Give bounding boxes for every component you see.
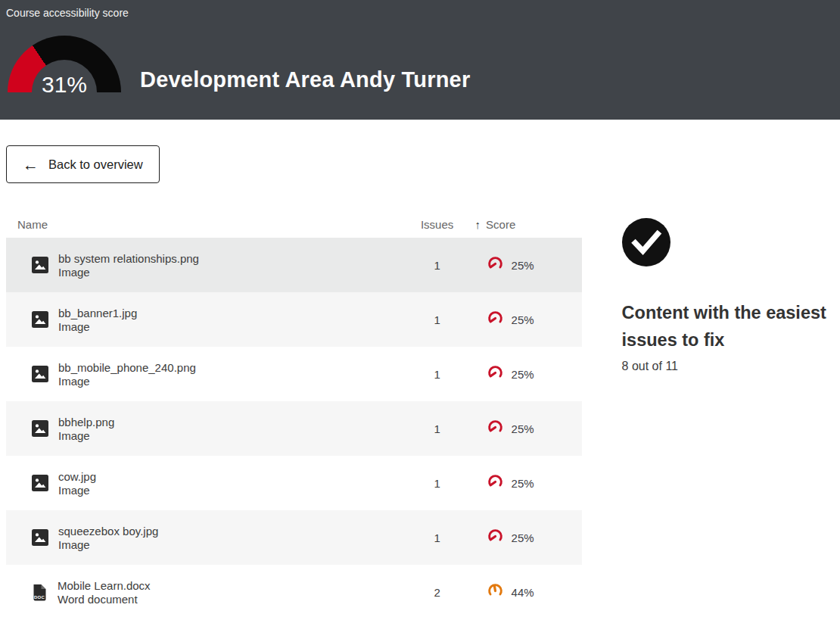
- file-name: bb_mobile_phone_240.png: [58, 361, 196, 374]
- table-body: bb system relationships.png Image 1 25% …: [6, 238, 582, 617]
- back-arrow-icon: ←: [23, 157, 39, 173]
- score-value: 25%: [512, 368, 534, 381]
- score-value: 44%: [512, 586, 534, 599]
- score-cell: 25%: [475, 255, 582, 276]
- column-header-score[interactable]: ↑ Score: [475, 218, 582, 231]
- file-type: Image: [58, 538, 158, 551]
- file-cell: bb system relationships.png Image: [6, 252, 400, 279]
- score-gauge-icon: [487, 255, 504, 276]
- issues-count: 1: [400, 313, 475, 326]
- file-info: bb_banner1.jpg Image: [58, 307, 137, 333]
- issues-count: 1: [400, 422, 475, 435]
- issues-count: 1: [400, 531, 475, 544]
- course-title: Development Area Andy Turner: [140, 67, 470, 92]
- file-type: Image: [58, 429, 114, 442]
- image-file-icon: [32, 311, 48, 328]
- image-file-icon: [32, 475, 48, 491]
- score-gauge-icon: [487, 528, 504, 548]
- back-to-overview-button[interactable]: ← Back to overview: [6, 145, 160, 183]
- score-gauge-icon: [487, 582, 504, 603]
- main-content: Name Issues ↑ Score bb system relationsh…: [0, 218, 840, 617]
- score-cell: 25%: [475, 419, 582, 439]
- table-row[interactable]: bbhelp.png Image 1 25%: [6, 401, 582, 456]
- file-type: Image: [58, 266, 199, 279]
- column-header-issues[interactable]: Issues: [400, 218, 475, 231]
- score-value: 25%: [512, 531, 534, 544]
- score-cell: 25%: [475, 528, 582, 548]
- file-type: Image: [58, 375, 196, 388]
- file-cell: bbhelp.png Image: [6, 416, 400, 442]
- panel-heading: Content with the easiest issues to fix: [622, 299, 840, 354]
- file-name: squeezebox boy.jpg: [58, 525, 158, 538]
- file-name: bbhelp.png: [58, 416, 114, 428]
- score-cell: 25%: [475, 364, 582, 385]
- course-accessibility-score-label: Course accessibility score: [6, 7, 129, 19]
- score-header-label: Score: [486, 218, 515, 231]
- file-cell: bb_mobile_phone_240.png Image: [6, 361, 400, 388]
- file-info: cow.jpg Image: [58, 470, 96, 497]
- svg-text:DOC: DOC: [34, 595, 45, 600]
- panel-count: 8 out of 11: [622, 360, 840, 373]
- table-row[interactable]: bb_banner1.jpg Image 1 25%: [6, 292, 582, 347]
- sort-ascending-icon: ↑: [475, 218, 481, 231]
- word-document-icon: DOC: [32, 582, 48, 602]
- image-file-icon: [32, 257, 48, 273]
- file-name: cow.jpg: [58, 470, 96, 483]
- file-cell: bb_banner1.jpg Image: [6, 307, 400, 333]
- content-table: Name Issues ↑ Score bb system relationsh…: [6, 218, 582, 617]
- easiest-fixes-panel: Content with the easiest issues to fix 8…: [622, 218, 840, 617]
- score-gauge-icon: [487, 364, 504, 385]
- file-info: bb_mobile_phone_240.png Image: [58, 361, 196, 388]
- issues-count: 2: [400, 586, 475, 599]
- check-circle-icon: [622, 218, 670, 266]
- file-cell: DOC Mobile Learn.docx Word document: [6, 579, 400, 606]
- table-header-row: Name Issues ↑ Score: [6, 218, 582, 231]
- table-row[interactable]: bb_mobile_phone_240.png Image 1 25%: [6, 347, 582, 401]
- file-cell: squeezebox boy.jpg Image: [6, 525, 400, 551]
- image-file-icon: [32, 366, 48, 382]
- course-score-percent: 31%: [8, 72, 121, 98]
- score-cell: 44%: [475, 582, 582, 603]
- issues-count: 1: [400, 259, 475, 272]
- file-name: bb_banner1.jpg: [58, 307, 137, 319]
- table-row[interactable]: squeezebox boy.jpg Image 1 25%: [6, 510, 582, 565]
- table-row[interactable]: DOC Mobile Learn.docx Word document 2 44…: [6, 565, 582, 617]
- course-score-header: Course accessibility score 31% Developme…: [0, 0, 840, 120]
- table-row[interactable]: bb system relationships.png Image 1 25%: [6, 238, 582, 292]
- file-info: Mobile Learn.docx Word document: [58, 579, 151, 606]
- header-gauge: 31%: [8, 36, 121, 95]
- issues-count: 1: [400, 477, 475, 490]
- file-type: Image: [58, 320, 137, 333]
- score-gauge-icon: [487, 310, 504, 330]
- file-type: Image: [58, 484, 96, 497]
- file-info: bbhelp.png Image: [58, 416, 114, 442]
- score-cell: 25%: [475, 310, 582, 330]
- score-cell: 25%: [475, 473, 582, 494]
- score-gauge-icon: [487, 419, 504, 439]
- score-value: 25%: [512, 313, 534, 326]
- back-button-label: Back to overview: [48, 157, 143, 172]
- score-gauge-icon: [487, 473, 504, 494]
- issues-count: 1: [400, 368, 475, 381]
- score-value: 25%: [512, 422, 534, 435]
- file-cell: cow.jpg Image: [6, 470, 400, 497]
- column-header-name[interactable]: Name: [6, 218, 400, 231]
- file-name: bb system relationships.png: [58, 252, 199, 265]
- file-info: squeezebox boy.jpg Image: [58, 525, 158, 551]
- score-value: 25%: [512, 259, 534, 272]
- file-type: Word document: [58, 593, 151, 606]
- table-row[interactable]: cow.jpg Image 1 25%: [6, 456, 582, 510]
- image-file-icon: [32, 529, 48, 546]
- file-name: Mobile Learn.docx: [58, 579, 151, 592]
- score-value: 25%: [512, 477, 534, 490]
- image-file-icon: [32, 420, 48, 437]
- file-info: bb system relationships.png Image: [58, 252, 199, 279]
